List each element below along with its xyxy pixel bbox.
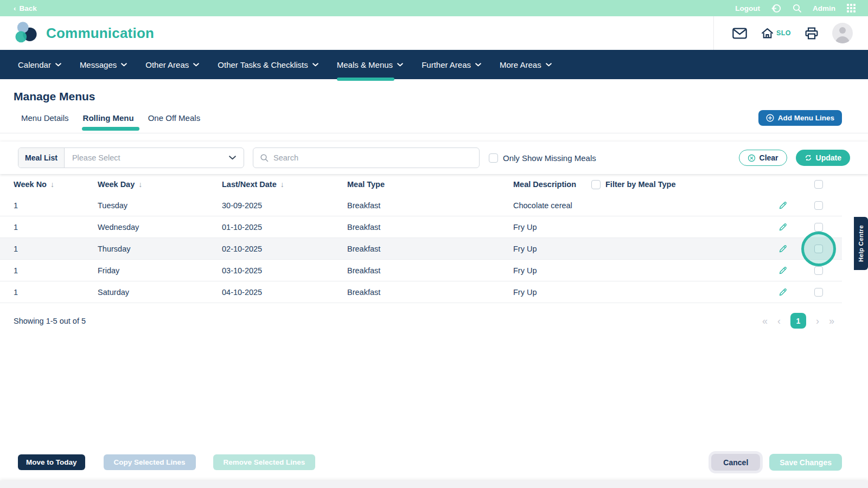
pencil-icon bbox=[778, 201, 788, 210]
remove-selected-lines-button[interactable]: Remove Selected Lines bbox=[213, 454, 316, 470]
pencil-icon bbox=[778, 287, 788, 297]
nav-item-more-areas[interactable]: More Areas bbox=[500, 50, 552, 79]
nav-item-other-tasks-checklists[interactable]: Other Tasks & Checklists bbox=[218, 50, 318, 79]
chevron-down-icon bbox=[229, 148, 244, 168]
chevron-down-icon bbox=[55, 63, 61, 67]
tab-one-off-meals[interactable]: One Off Meals bbox=[148, 103, 200, 133]
cell-week-day: Thursday bbox=[98, 245, 222, 253]
cell-meal-type: Breakfast bbox=[347, 223, 513, 232]
cell-description: Fry Up bbox=[513, 245, 591, 253]
cell-meal-type: Breakfast bbox=[347, 245, 513, 253]
tab-rolling-menu[interactable]: Rolling Menu bbox=[83, 103, 134, 133]
chevron-down-icon bbox=[312, 63, 318, 67]
copy-selected-lines-button[interactable]: Copy Selected Lines bbox=[104, 454, 196, 470]
last-page-button[interactable]: » bbox=[829, 316, 834, 326]
nav-item-label: Messages bbox=[80, 60, 117, 69]
cancel-button[interactable]: Cancel bbox=[711, 454, 760, 471]
nav-item-calendar[interactable]: Calendar bbox=[18, 50, 61, 79]
search-input[interactable] bbox=[273, 153, 473, 162]
menu-lines-table: Week No↓ Week Day↓ Last/Next Date↓ Meal … bbox=[0, 174, 842, 303]
current-page-button[interactable]: 1 bbox=[790, 313, 806, 329]
back-button[interactable]: ‹ Back bbox=[14, 4, 37, 12]
meal-list-select[interactable]: Meal List Please Select bbox=[18, 147, 244, 168]
apps-grid-icon[interactable] bbox=[846, 3, 856, 13]
cell-week-day: Wednesday bbox=[98, 223, 222, 232]
row-checkbox[interactable] bbox=[814, 201, 823, 210]
nav-item-label: More Areas bbox=[500, 60, 541, 69]
save-changes-button[interactable]: Save Changes bbox=[769, 454, 842, 471]
table-row: 1 Wednesday 01-10-2025 Breakfast Fry Up bbox=[0, 216, 842, 238]
prev-page-button[interactable]: ‹ bbox=[777, 316, 781, 326]
pagination: « ‹ 1 › » bbox=[762, 313, 834, 329]
select-all-checkbox[interactable] bbox=[814, 180, 823, 189]
column-header-meal-type: Meal Type bbox=[347, 180, 513, 189]
cell-description: Fry Up bbox=[513, 223, 591, 232]
first-page-button[interactable]: « bbox=[762, 316, 768, 326]
filter-by-meal-type-checkbox[interactable] bbox=[591, 180, 601, 189]
logo-icon bbox=[14, 21, 39, 45]
help-centre-tab[interactable]: Help Centre bbox=[854, 217, 868, 270]
nav-item-messages[interactable]: Messages bbox=[80, 50, 127, 79]
column-header-date[interactable]: Last/Next Date↓ bbox=[222, 180, 347, 189]
nav-item-label: Other Areas bbox=[145, 60, 189, 69]
cell-description: Fry Up bbox=[513, 288, 591, 297]
messages-icon[interactable] bbox=[732, 28, 747, 39]
sort-desc-icon: ↓ bbox=[280, 180, 284, 189]
app-title: Communication bbox=[46, 25, 154, 42]
clear-button[interactable]: Clear bbox=[739, 150, 787, 166]
table-footer: Showing 1-5 out of 5 « ‹ 1 › » bbox=[0, 303, 842, 329]
edit-row-button[interactable] bbox=[777, 200, 789, 211]
sort-desc-icon: ↓ bbox=[138, 180, 142, 189]
home-button[interactable]: SLO bbox=[761, 28, 791, 39]
plus-circle-icon bbox=[766, 114, 774, 122]
nav-item-label: Other Tasks & Checklists bbox=[218, 60, 308, 69]
bottom-action-bar: Move to Today Copy Selected Lines Remove… bbox=[0, 454, 868, 471]
chevron-down-icon bbox=[193, 63, 199, 67]
edit-row-button[interactable] bbox=[777, 221, 789, 233]
only-show-missing-label: Only Show Missing Meals bbox=[503, 153, 596, 163]
only-show-missing-checkbox[interactable] bbox=[489, 153, 498, 163]
table-row: 1 Friday 03-10-2025 Breakfast Fry Up bbox=[0, 260, 842, 281]
showing-count: Showing 1-5 out of 5 bbox=[14, 317, 86, 325]
cell-week-no: 1 bbox=[14, 288, 98, 297]
edit-row-button[interactable] bbox=[777, 286, 789, 298]
cell-week-no: 1 bbox=[14, 201, 98, 210]
add-menu-lines-label: Add Menu Lines bbox=[778, 114, 834, 122]
cell-meal-type: Breakfast bbox=[347, 266, 513, 275]
update-label: Update bbox=[816, 153, 841, 162]
back-chevron-icon: ‹ bbox=[14, 4, 16, 12]
app-logo: Communication bbox=[14, 21, 154, 45]
edit-row-button[interactable] bbox=[777, 265, 789, 277]
column-header-week-no[interactable]: Week No↓ bbox=[14, 180, 98, 189]
tab-menu-details[interactable]: Menu Details bbox=[21, 103, 69, 133]
admin-menu[interactable]: Admin bbox=[813, 4, 835, 12]
edit-row-button[interactable] bbox=[777, 243, 789, 255]
logout-icon[interactable] bbox=[771, 3, 781, 14]
next-page-button[interactable]: › bbox=[816, 316, 819, 326]
table-row-highlighted: 1 Thursday 02-10-2025 Breakfast Fry Up bbox=[0, 238, 842, 260]
cell-week-day: Saturday bbox=[98, 288, 222, 297]
logout-button[interactable]: Logout bbox=[735, 4, 760, 12]
add-menu-lines-button[interactable]: Add Menu Lines bbox=[758, 110, 842, 126]
chevron-down-icon bbox=[546, 63, 552, 67]
search-icon[interactable] bbox=[792, 3, 802, 13]
cell-meal-type: Breakfast bbox=[347, 288, 513, 297]
nav-item-label: Further Areas bbox=[422, 60, 471, 69]
print-icon[interactable] bbox=[805, 27, 818, 40]
row-checkbox[interactable] bbox=[814, 223, 823, 232]
cell-date: 30-09-2025 bbox=[222, 201, 347, 210]
row-checkbox[interactable] bbox=[814, 245, 823, 253]
footer-strip bbox=[0, 480, 868, 488]
column-header-week-day[interactable]: Week Day↓ bbox=[98, 180, 222, 189]
nav-item-meals-menus[interactable]: Meals & Menus bbox=[337, 50, 403, 79]
update-button[interactable]: Update bbox=[796, 150, 850, 166]
row-checkbox[interactable] bbox=[814, 266, 823, 275]
nav-item-further-areas[interactable]: Further Areas bbox=[422, 50, 481, 79]
move-to-today-button[interactable]: Move to Today bbox=[18, 454, 85, 470]
row-checkbox[interactable] bbox=[814, 288, 823, 297]
nav-item-other-areas[interactable]: Other Areas bbox=[145, 50, 199, 79]
filter-by-meal-type-label: Filter by Meal Type bbox=[605, 180, 675, 189]
top-utility-bar: ‹ Back Logout Admin bbox=[0, 0, 868, 16]
clear-circle-icon bbox=[748, 154, 756, 162]
user-avatar[interactable] bbox=[832, 23, 853, 43]
